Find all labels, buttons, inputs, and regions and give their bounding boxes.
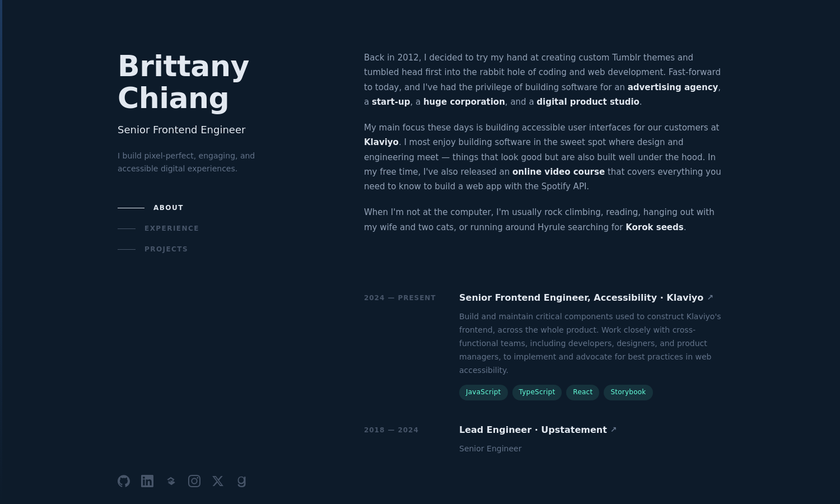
social-icon-codepen[interactable] xyxy=(165,475,177,487)
social-icon-goodreads[interactable] xyxy=(235,475,248,487)
korok-seeds-link[interactable]: Korok seeds xyxy=(626,222,684,232)
video-course-link[interactable]: online video course xyxy=(512,167,605,177)
main-layout: Brittany Chiang Senior Frontend Engineer… xyxy=(84,0,756,504)
nav-line-experience xyxy=(118,228,136,229)
main-nav: ABOUT EXPERIENCE PROJECTS xyxy=(118,203,330,255)
nav-item-projects[interactable]: PROJECTS xyxy=(118,244,330,255)
nav-item-about[interactable]: ABOUT xyxy=(118,203,330,213)
right-panel: Back in 2012, I decided to try my hand a… xyxy=(353,0,722,504)
social-icons-container xyxy=(118,475,330,487)
experience-section: 2024 — PRESENT Senior Frontend Engineer,… xyxy=(364,279,722,464)
exp-content-2: Lead Engineer · Upstatement ↗ Senior Eng… xyxy=(459,423,722,464)
tag-typescript: TypeScript xyxy=(512,385,562,400)
social-icon-linkedin[interactable] xyxy=(141,475,153,487)
nav-label-experience: EXPERIENCE xyxy=(144,223,199,234)
exp-date-1: 2024 — PRESENT xyxy=(364,291,442,400)
person-title: Senior Frontend Engineer xyxy=(118,122,330,138)
exp-tags-1: JavaScript TypeScript React Storybook xyxy=(459,385,722,400)
person-tagline: I build pixel-perfect, engaging, and acc… xyxy=(118,150,297,175)
exp-arrow-icon-1: ↗ xyxy=(707,291,713,304)
experience-item-1: 2024 — PRESENT Senior Frontend Engineer,… xyxy=(364,291,722,400)
exp-description-2: Senior Engineer xyxy=(459,442,722,456)
tag-storybook: Storybook xyxy=(604,385,652,400)
nav-line-projects xyxy=(118,249,136,250)
nav-line-about xyxy=(118,208,144,208)
exp-arrow-icon-2: ↗ xyxy=(610,423,617,436)
left-panel: Brittany Chiang Senior Frontend Engineer… xyxy=(118,0,353,504)
social-icon-twitter[interactable] xyxy=(212,475,224,487)
exp-title-link-2[interactable]: Lead Engineer · Upstatement xyxy=(459,423,607,437)
about-paragraph-2: My main focus these days is building acc… xyxy=(364,120,722,194)
tag-react: React xyxy=(566,385,599,400)
social-icon-github[interactable] xyxy=(118,475,130,487)
about-section: Back in 2012, I decided to try my hand a… xyxy=(364,50,722,235)
nav-label-projects: PROJECTS xyxy=(144,244,188,255)
nav-item-experience[interactable]: EXPERIENCE xyxy=(118,223,330,234)
exp-title-1: Senior Frontend Engineer, Accessibility … xyxy=(459,291,722,305)
experience-item-2: 2018 — 2024 Lead Engineer · Upstatement … xyxy=(364,423,722,464)
exp-title-link-1[interactable]: Senior Frontend Engineer, Accessibility … xyxy=(459,291,703,305)
exp-content-1: Senior Frontend Engineer, Accessibility … xyxy=(459,291,722,400)
about-paragraph-1: Back in 2012, I decided to try my hand a… xyxy=(364,50,722,109)
exp-title-2: Lead Engineer · Upstatement ↗ xyxy=(459,423,722,437)
person-name: Brittany Chiang xyxy=(118,50,330,114)
exp-description-1: Build and maintain critical components u… xyxy=(459,310,722,377)
nav-label-about: ABOUT xyxy=(153,203,184,213)
tag-javascript: JavaScript xyxy=(459,385,508,400)
about-paragraph-3: When I'm not at the computer, I'm usuall… xyxy=(364,205,722,235)
social-icon-instagram[interactable] xyxy=(188,475,200,487)
exp-date-2: 2018 — 2024 xyxy=(364,423,442,464)
accent-bar xyxy=(0,0,2,504)
